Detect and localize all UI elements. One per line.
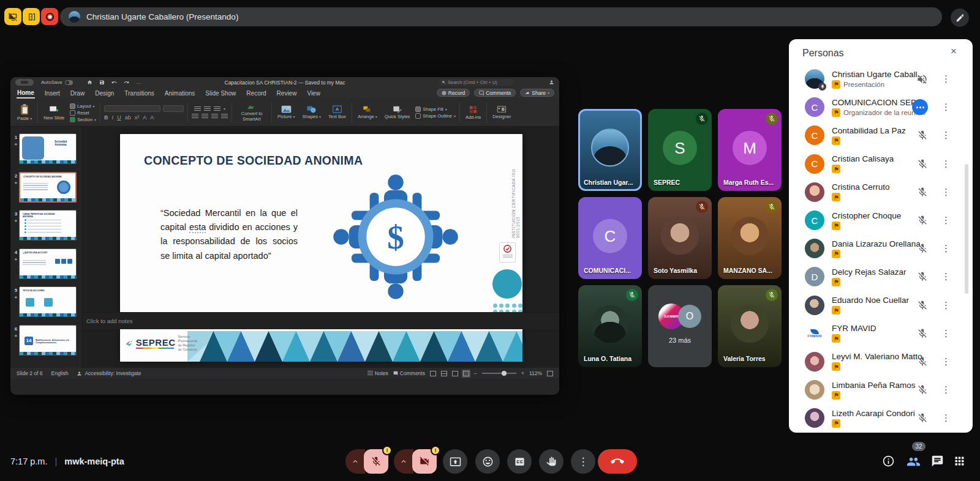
activities-button[interactable] [953, 455, 966, 468]
format-glyph-6[interactable]: A [150, 114, 154, 121]
notes-area[interactable]: Click to add notes [83, 312, 559, 329]
paste-button[interactable]: Paste ▾ [15, 104, 34, 122]
camera-mute-button[interactable]: ! [412, 449, 437, 474]
ppt-tab-review[interactable]: Review [276, 89, 298, 98]
account-icon[interactable] [549, 80, 554, 85]
slide-thumbnail-card[interactable]: CONCEPTO DE SOCIEDAD ANONIMA [19, 172, 77, 203]
fit-to-window-button[interactable] [547, 371, 553, 376]
notes-toggle[interactable]: Notes [368, 370, 388, 376]
camera-options-button[interactable] [394, 449, 413, 474]
participant-more-options[interactable]: ⋮ [941, 158, 951, 170]
raise-hand-button[interactable] [539, 449, 564, 474]
new-slide-button[interactable]: New Slide [42, 105, 66, 121]
close-panel-button[interactable]: × [951, 45, 957, 58]
ppt-tab-draw[interactable]: Draw [70, 89, 85, 98]
participant-more-options[interactable]: ⋮ [941, 102, 951, 113]
format-glyph-5[interactable]: A [143, 114, 146, 121]
video-tile-valeria-torres[interactable]: Valeria Torres [718, 285, 782, 367]
reading-view-button[interactable] [452, 371, 458, 376]
mic-mute-button[interactable]: ! [364, 449, 388, 474]
video-tile-23-m-s[interactable]: SANMRO23 más [648, 285, 712, 367]
slide-thumbnail-card[interactable]: 14Modificaciones, Aclaraciones y/o Compl… [19, 325, 77, 356]
end-call-button[interactable] [598, 449, 637, 474]
justify-icon[interactable] [221, 114, 228, 119]
mic-options-button[interactable] [345, 449, 365, 474]
slide-thumbnail-card[interactable]: Sociedad Anónima [19, 133, 77, 164]
present-button[interactable] [443, 449, 467, 474]
add-ins-button[interactable]: Add-ins [464, 105, 483, 121]
align-left-icon[interactable] [192, 114, 198, 119]
format-glyph-0[interactable]: B [104, 114, 108, 121]
participant-more-options[interactable]: ⋮ [941, 328, 951, 339]
more-options-button[interactable]: ⋮ [571, 449, 595, 474]
leave-room-button[interactable] [23, 8, 40, 25]
section-button[interactable]: Section▾ [70, 117, 96, 122]
participant-more-options[interactable]: ⋮ [941, 187, 951, 198]
ppt-tab-transitions[interactable]: Transitions [124, 89, 155, 98]
bullets-icon[interactable] [194, 106, 201, 112]
accessibility-status[interactable]: Accessibility: Investigate [77, 370, 141, 376]
numbering-icon[interactable] [204, 106, 211, 112]
comments-toggle[interactable]: Comments [393, 370, 425, 376]
language-indicator[interactable]: English [51, 370, 69, 376]
panel-scrollbar[interactable] [965, 164, 968, 294]
participant-more-options[interactable]: ⋮ [941, 271, 951, 282]
zoom-slider[interactable] [482, 373, 516, 374]
participant-more-options[interactable]: ⋮ [941, 384, 951, 395]
slide-sorter-view-button[interactable] [441, 371, 447, 376]
zoom-level[interactable]: 112% [529, 370, 542, 376]
slideshow-view-button[interactable] [463, 371, 469, 376]
participant-more-options[interactable]: ⋮ [941, 300, 951, 311]
shape-fill-button[interactable]: Shape Fill▾ [415, 106, 456, 112]
captions-button[interactable] [507, 449, 532, 474]
participant-more-options[interactable]: ⋮ [941, 73, 951, 84]
format-glyph-2[interactable]: U [117, 114, 121, 121]
arrange-button[interactable]: Arrange ▾ [356, 105, 379, 120]
ppt-tab-insert[interactable]: Insert [44, 89, 61, 98]
slide-thumbnail-card[interactable]: CARACTERISTICAS SOCIEDAD ANONIMA [19, 210, 77, 240]
video-tile-seprec[interactable]: SSEPREC [648, 109, 712, 191]
ppt-tab-slide-show[interactable]: Slide Show [205, 89, 236, 98]
video-tile-comunicaci-[interactable]: CCOMUNICACI... [578, 197, 642, 279]
chat-button[interactable] [931, 455, 944, 468]
participant-more-options[interactable]: ⋮ [941, 243, 951, 254]
shape-outline-button[interactable]: Shape Outline▾ [415, 113, 456, 119]
ppt-comments-button[interactable]: Comments [474, 89, 516, 97]
zoom-out-button[interactable]: − [474, 370, 477, 376]
normal-view-button[interactable] [430, 371, 436, 376]
video-tile-luna-o-tatiana[interactable]: Luna O. Tatiana [578, 285, 642, 367]
participant-more-options[interactable]: ⋮ [941, 215, 951, 226]
presenting-banner[interactable]: Christian Ugarte Caballero (Presentando) [60, 7, 942, 26]
participant-more-options[interactable]: ⋮ [941, 356, 951, 367]
quick-styles-button[interactable]: Quick Styles [383, 105, 412, 120]
ppt-tab-view[interactable]: View [306, 89, 321, 98]
slide-thumbnail-card[interactable]: ¿QUÉ ES UNA ACCION? [19, 248, 77, 279]
ppt-tab-home[interactable]: Home [17, 88, 35, 99]
zoom-slider-thumb[interactable] [502, 371, 507, 376]
indent-icon[interactable] [214, 106, 221, 112]
slide-thumbnail-card[interactable]: TIPOS DE ACCIONES [19, 286, 77, 317]
format-glyph-4[interactable]: x² [135, 114, 140, 121]
stop-presenting-button[interactable] [4, 8, 21, 25]
font-size-select[interactable] [163, 105, 184, 112]
align-right-icon[interactable] [211, 114, 218, 119]
reactions-button[interactable] [475, 449, 500, 474]
video-tile-manzano-sa-[interactable]: MANZANO SA... [718, 197, 782, 279]
participant-more-options[interactable]: ⋮ [941, 412, 951, 423]
ppt-record-button[interactable]: Record [437, 89, 470, 97]
ppt-tab-animations[interactable]: Animations [164, 89, 195, 98]
ppt-tab-design[interactable]: Design [94, 89, 115, 98]
zoom-in-button[interactable]: + [521, 370, 524, 376]
people-button[interactable] [907, 455, 921, 469]
recording-indicator-button[interactable] [41, 8, 58, 25]
ppt-tab-record[interactable]: Record [246, 89, 266, 98]
layout-button[interactable]: Layout▾ [70, 103, 96, 109]
format-glyph-1[interactable]: I [112, 114, 114, 121]
video-tile-marga-ruth-es-[interactable]: MMarga Ruth Es... [718, 109, 782, 191]
video-tile-christian-ugar-[interactable]: Christian Ugar... [578, 109, 642, 191]
text-box-button[interactable]: A Text Box [326, 105, 348, 120]
font-family-select[interactable] [104, 105, 160, 112]
video-tile-soto-yasmilka[interactable]: Soto Yasmilka [648, 197, 712, 279]
annotate-button[interactable] [951, 9, 969, 27]
align-center-icon[interactable] [202, 114, 208, 119]
